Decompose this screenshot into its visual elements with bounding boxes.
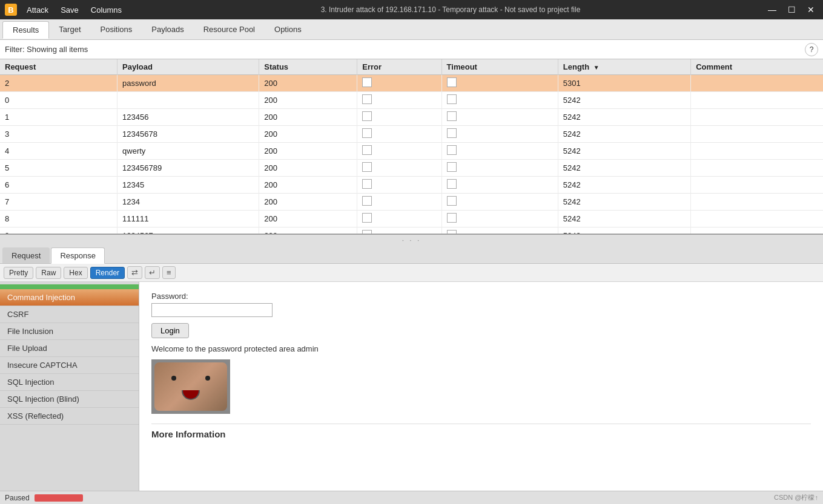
menu-save[interactable]: Save [56,4,84,16]
titlebar: B Attack Save Columns 3. Intruder attack… [0,0,823,19]
cell-payload: 1234 [117,194,259,211]
col-error: Error [357,59,441,75]
sidebar-item[interactable]: SQL Injection (Blind) [0,391,139,408]
window-title: 3. Intruder attack of 192.168.171.10 - T… [136,5,765,14]
table-row[interactable]: 81111112005242 [0,211,823,227]
btn-pretty[interactable]: Pretty [4,267,33,279]
cell-comment [691,194,823,211]
timeout-checkbox[interactable] [447,162,457,172]
tab-results[interactable]: Results [2,21,49,39]
cell-length: 5242 [558,160,690,177]
error-checkbox[interactable] [362,162,372,172]
sidebar-item[interactable]: File Upload [0,340,139,357]
tab-resource-pool[interactable]: Resource Pool [194,21,265,38]
cell-length: 5242 [558,177,690,194]
statusbar: Paused [0,491,823,504]
error-checkbox[interactable] [362,179,372,189]
menu-attack[interactable]: Attack [22,4,53,16]
face-image [154,362,227,411]
table-row[interactable]: 3123456782005242 [0,126,823,143]
password-section: Password: Login Welcome to the password … [151,292,811,439]
btn-render[interactable]: Render [90,267,125,279]
table-row[interactable]: 2password2005301 [0,75,823,92]
results-table: Request Payload Status Error Timeout Len… [0,59,823,235]
sidebar-item[interactable]: Insecure CAPTCHA [0,357,139,374]
timeout-checkbox[interactable] [447,145,457,155]
timeout-checkbox[interactable] [447,128,457,138]
tab-positions[interactable]: Positions [91,21,142,38]
sidebar-item[interactable]: File Inclusion [0,323,139,340]
login-button[interactable]: Login [151,323,189,338]
timeout-checkbox[interactable] [447,230,457,235]
password-input[interactable] [151,303,273,317]
maximize-button[interactable]: ☐ [784,2,799,17]
resize-handle[interactable]: · · · [0,235,823,246]
tab-request[interactable]: Request [2,247,50,263]
csdn-watermark: CSDN @柠檬↑ [774,493,818,502]
timeout-checkbox[interactable] [447,213,457,223]
render-toolbar: Pretty Raw Hex Render ⇄ ↵ ≡ [0,264,823,282]
timeout-checkbox[interactable] [447,179,457,189]
web-content-area: Password: Login Welcome to the password … [139,282,823,504]
timeout-checkbox[interactable] [447,94,457,104]
sidebar-item[interactable]: Command Injection [0,289,139,306]
cell-request: 4 [0,143,117,160]
cell-length: 5242 [558,211,690,227]
btn-hex[interactable]: Hex [64,267,87,279]
table-row[interactable]: 11234562005242 [0,109,823,126]
btn-raw[interactable]: Raw [36,267,61,279]
table-row[interactable]: 912345672005242 [0,227,823,235]
cell-comment [691,75,823,92]
cell-payload: 12345 [117,177,259,194]
tab-target[interactable]: Target [49,21,90,38]
cell-comment [691,227,823,235]
timeout-checkbox[interactable] [447,111,457,121]
btn-menu[interactable]: ≡ [162,266,176,279]
cell-request: 9 [0,227,117,235]
error-checkbox[interactable] [362,230,372,235]
cell-status: 200 [259,126,357,143]
table-row[interactable]: 712342005242 [0,194,823,211]
table-row[interactable]: 4qwerty2005242 [0,143,823,160]
table-row[interactable]: 02005242 [0,92,823,109]
error-checkbox[interactable] [362,128,372,138]
face-eye-right [205,376,210,381]
cell-length: 5301 [558,75,690,92]
face-mouth [182,390,200,400]
cell-request: 8 [0,211,117,227]
sidebar-item[interactable]: CSRF [0,306,139,323]
tab-response[interactable]: Response [51,247,105,264]
error-checkbox[interactable] [362,196,372,206]
cell-length: 5242 [558,109,690,126]
sidebar-item[interactable]: SQL Injection [0,374,139,391]
cell-comment [691,177,823,194]
btn-wrap[interactable]: ⇄ [127,266,142,279]
sidebar-item[interactable]: XSS (Reflected) [0,408,139,425]
error-checkbox[interactable] [362,145,372,155]
welcome-text: Welcome to the password protected area a… [151,344,811,353]
filter-bar: Filter: Showing all items ? [0,40,823,59]
error-checkbox[interactable] [362,94,372,104]
tab-options[interactable]: Options [265,21,311,38]
cell-request: 0 [0,92,117,109]
web-image [151,359,230,414]
minimize-button[interactable]: — [765,2,779,17]
btn-newline[interactable]: ↵ [145,266,160,279]
tab-payloads[interactable]: Payloads [142,21,193,38]
table-row[interactable]: 6123452005242 [0,177,823,194]
help-button[interactable]: ? [805,43,818,56]
cell-length: 5242 [558,92,690,109]
error-checkbox[interactable] [362,77,372,87]
error-checkbox[interactable] [362,213,372,223]
bottom-pane: Request Response Pretty Raw Hex Render ⇄… [0,246,823,504]
timeout-checkbox[interactable] [447,77,457,87]
results-table-wrap: Request Payload Status Error Timeout Len… [0,59,823,235]
menu-columns[interactable]: Columns [86,4,127,16]
col-timeout: Timeout [441,59,558,75]
cell-payload: 1234567 [117,227,259,235]
close-button[interactable]: ✕ [804,2,818,17]
timeout-checkbox[interactable] [447,196,457,206]
error-checkbox[interactable] [362,111,372,121]
table-row[interactable]: 51234567892005242 [0,160,823,177]
col-length[interactable]: Length ▼ [558,59,690,75]
